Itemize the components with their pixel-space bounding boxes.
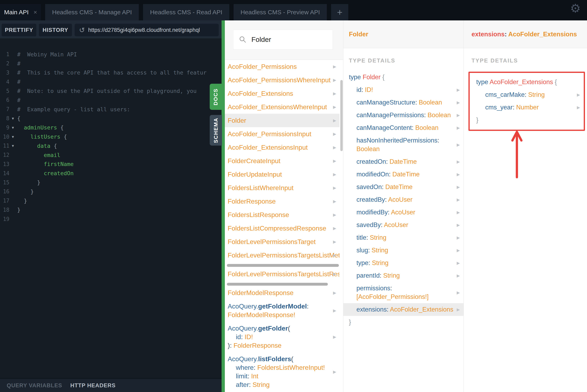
history-button[interactable]: HISTORY [39, 24, 72, 36]
docs-divider[interactable] [221, 20, 225, 392]
chevron-right-icon[interactable]: ▶ [333, 290, 336, 295]
doc-explorer-item[interactable]: AcoFolder_ExtensionsInput▶ [225, 141, 340, 154]
tab-headless-cms-read-api[interactable]: Headless CMS - Read API [143, 4, 229, 20]
fold-arrow-icon[interactable]: ▼ [10, 116, 16, 120]
fold-arrow-icon[interactable]: ▼ [10, 135, 16, 139]
type-field-row[interactable]: title: String▶ [343, 231, 464, 244]
horizontal-scrollbar[interactable] [227, 283, 328, 286]
type-field-row[interactable]: canManageStructure: Boolean▶ [343, 96, 464, 109]
chevron-right-icon[interactable]: ▶ [333, 145, 336, 150]
doc-explorer-item[interactable]: AcoFolder_PermissionsInput▶ [225, 127, 340, 141]
chevron-right-icon[interactable]: ▶ [457, 86, 460, 94]
type-field-row[interactable]: id: ID!▶ [343, 84, 464, 96]
doc-explorer-item[interactable]: FolderLevelPermissionsTargetsListRespons… [225, 267, 340, 281]
http-headers-tab[interactable]: HTTP HEADERS [70, 382, 116, 389]
chevron-right-icon[interactable]: ▶ [457, 246, 460, 254]
docs-side-tab[interactable]: DOCS [210, 84, 222, 110]
chevron-right-icon[interactable]: ▶ [457, 196, 460, 204]
tab-headless-cms-manage-api[interactable]: Headless CMS - Manage API [45, 4, 139, 20]
chevron-right-icon[interactable]: ▶ [333, 253, 336, 258]
tab-headless-cms-preview-api[interactable]: Headless CMS - Preview API [234, 4, 327, 20]
doc-explorer-item[interactable]: AcoQuery.listFolders(where: FoldersListW… [225, 352, 340, 392]
chevron-right-icon[interactable]: ▶ [577, 103, 580, 112]
fold-arrow-icon[interactable]: ▼ [10, 126, 16, 130]
chevron-right-icon[interactable]: ▶ [457, 140, 460, 149]
type-field-row[interactable]: permissions:[AcoFolder_Permissions!]▶ [343, 282, 464, 303]
type-field-row[interactable]: modifiedBy: AcoUser▶ [343, 206, 464, 219]
type-field-row[interactable]: type: String▶ [343, 257, 464, 269]
endpoint-url-bar[interactable]: ↺ [75, 24, 219, 36]
chevron-right-icon[interactable]: ▶ [457, 124, 460, 132]
chevron-right-icon[interactable]: ▶ [457, 271, 460, 280]
endpoint-url-input[interactable] [88, 27, 215, 33]
type-field-row[interactable]: canManagePermissions: Boolean▶ [343, 109, 464, 122]
chevron-right-icon[interactable]: ▶ [333, 158, 336, 163]
doc-explorer-item[interactable]: AcoFolder_Extensions▶ [225, 87, 340, 100]
doc-explorer-item[interactable]: FolderModelResponse▶ [225, 286, 340, 300]
type-field-row[interactable]: createdBy: AcoUser▶ [343, 193, 464, 206]
chevron-right-icon[interactable]: ▶ [333, 239, 336, 244]
fold-arrow-icon[interactable]: ▼ [10, 144, 16, 148]
type-field-row[interactable]: canManageContent: Boolean▶ [343, 122, 464, 134]
chevron-right-icon[interactable]: ▶ [457, 233, 460, 242]
chevron-right-icon[interactable]: ▶ [333, 272, 336, 276]
doc-explorer-item[interactable]: FolderLevelPermissionsTargetsListMeta▶ [225, 248, 340, 262]
chevron-right-icon[interactable]: ▶ [333, 78, 336, 82]
doc-explorer-item[interactable]: AcoFolder_Permissions▶ [225, 60, 340, 73]
type-field-row[interactable]: hasNonInheritedPermissions:Boolean▶ [343, 134, 464, 155]
settings-gear-icon[interactable]: ⚙ [569, 2, 582, 15]
type-field-row[interactable]: savedBy: AcoUser▶ [343, 219, 464, 231]
doc-explorer-item[interactable]: AcoFolder_ExtensionsWhereInput▶ [225, 100, 340, 114]
chevron-right-icon[interactable]: ▶ [333, 212, 336, 217]
new-tab-button[interactable]: + [331, 4, 348, 20]
chevron-right-icon[interactable]: ▶ [457, 98, 460, 107]
type-field-row[interactable]: modifiedOn: DateTime▶ [343, 168, 464, 181]
docs-search-input[interactable] [251, 36, 329, 44]
chevron-right-icon[interactable]: ▶ [333, 91, 336, 96]
chevron-right-icon[interactable]: ▶ [333, 104, 336, 110]
chevron-right-icon[interactable]: ▶ [333, 172, 336, 177]
doc-explorer-item[interactable]: FolderCreateInput▶ [225, 154, 340, 168]
chevron-right-icon[interactable]: ▶ [333, 334, 336, 339]
doc-explorer-item[interactable]: FolderLevelPermissionsTarget▶ [225, 235, 340, 248]
type-field-row[interactable]: savedOn: DateTime▶ [343, 181, 464, 193]
type-field-row[interactable]: extensions: AcoFolder_Extensions▶ [343, 303, 464, 316]
chevron-right-icon[interactable]: ▶ [333, 118, 336, 123]
vertical-scrollbar[interactable] [340, 80, 343, 151]
doc-explorer-item[interactable]: AcoFolder_PermissionsWhereInput▶ [225, 73, 340, 87]
type-field-row[interactable]: cms_carMake: String▶ [470, 88, 584, 101]
type-field-row[interactable]: cms_year: Number▶ [470, 101, 584, 114]
doc-explorer-item[interactable]: AcoQuery.getFolder(id: ID!): FolderRespo… [225, 322, 340, 352]
docs-search-box[interactable] [233, 30, 333, 50]
doc-explorer-item[interactable]: FoldersListWhereInput▶ [225, 181, 340, 194]
prettify-button[interactable]: PRETTIFY [2, 24, 36, 36]
chevron-right-icon[interactable]: ▶ [457, 221, 460, 229]
chevron-right-icon[interactable]: ▶ [333, 199, 336, 204]
type-field-row[interactable]: slug: String▶ [343, 244, 464, 257]
chevron-right-icon[interactable]: ▶ [333, 186, 336, 190]
chevron-right-icon[interactable]: ▶ [333, 226, 336, 231]
chevron-right-icon[interactable]: ▶ [333, 64, 336, 69]
chevron-right-icon[interactable]: ▶ [457, 259, 460, 267]
chevron-right-icon[interactable]: ▶ [457, 158, 460, 166]
chevron-right-icon[interactable]: ▶ [457, 208, 460, 216]
doc-explorer-item[interactable]: FoldersListResponse▶ [225, 208, 340, 222]
doc-explorer-item[interactable]: AcoQuery.getFolderModel:FolderModelRespo… [225, 300, 340, 322]
chevron-right-icon[interactable]: ▶ [457, 170, 460, 179]
schema-side-tab[interactable]: SCHEMA [210, 115, 222, 146]
doc-explorer-item[interactable]: Folder▶ [225, 114, 340, 127]
horizontal-scrollbar[interactable] [227, 264, 339, 267]
chevron-right-icon[interactable]: ▶ [457, 305, 460, 314]
doc-explorer-item[interactable]: FoldersListCompressedResponse▶ [225, 222, 340, 235]
refresh-icon[interactable]: ↺ [79, 26, 85, 34]
chevron-right-icon[interactable]: ▶ [457, 288, 460, 297]
type-field-row[interactable]: createdOn: DateTime▶ [343, 155, 464, 168]
tab-main-api[interactable]: Main API× [0, 4, 41, 20]
chevron-right-icon[interactable]: ▶ [333, 132, 336, 136]
query-editor[interactable]: 1# Webiny Main API2#3# This is the core … [0, 38, 221, 392]
chevron-right-icon[interactable]: ▶ [577, 90, 580, 99]
chevron-right-icon[interactable]: ▶ [457, 183, 460, 191]
query-variables-tab[interactable]: QUERY VARIABLES [7, 382, 62, 389]
chevron-right-icon[interactable]: ▶ [333, 369, 336, 374]
doc-explorer-item[interactable]: FolderResponse▶ [225, 194, 340, 208]
